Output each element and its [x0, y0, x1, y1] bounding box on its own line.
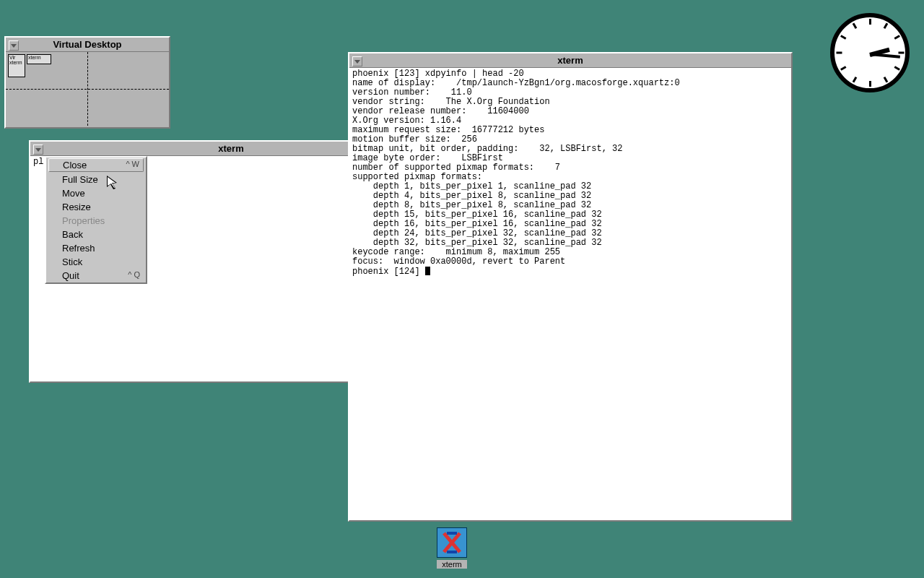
- pager-cell-active[interactable]: Vir xterm xterm: [6, 53, 87, 89]
- menu-item-label: Back: [62, 229, 83, 240]
- clock-tick: [894, 35, 899, 40]
- clock-tick: [883, 23, 888, 29]
- pager-mini-window[interactable]: Vir xterm: [8, 54, 25, 77]
- menu-item-label: Resize: [62, 202, 91, 212]
- analog-clock: [830, 13, 910, 92]
- menu-item-properties: Properties: [46, 214, 146, 228]
- clock-minute-hand: [870, 53, 900, 59]
- menu-item-label: Full Size: [62, 174, 98, 185]
- menu-item-full-size[interactable]: Full Size: [46, 173, 146, 186]
- window-menu-icon[interactable]: [9, 40, 19, 51]
- clock-tick: [869, 81, 871, 87]
- icon-label: xterm: [437, 560, 467, 569]
- pager-grid[interactable]: Vir xterm xterm: [6, 52, 169, 126]
- menu-item-back[interactable]: Back: [46, 228, 146, 241]
- xterm-app-icon[interactable]: [437, 527, 467, 558]
- clock-tick: [894, 66, 899, 71]
- menu-item-stick[interactable]: Stick: [46, 255, 146, 269]
- menu-item-refresh[interactable]: Refresh: [46, 241, 146, 255]
- mouse-cursor-icon: [107, 176, 121, 190]
- svg-marker-1: [108, 177, 116, 188]
- iconified-xterm[interactable]: xterm: [437, 527, 467, 569]
- menu-item-label: Properties: [62, 215, 105, 226]
- clock-tick: [852, 77, 857, 82]
- svg-rect-2: [447, 532, 457, 535]
- clock-tick: [883, 77, 888, 82]
- virtual-desktop-pager[interactable]: Virtual Desktop Vir xterm xterm: [4, 36, 170, 129]
- window-context-menu[interactable]: Close^ WFull SizeMoveResizePropertiesBac…: [45, 156, 147, 284]
- menu-item-quit[interactable]: Quit^ Q: [46, 269, 146, 282]
- clock-tick: [898, 52, 904, 54]
- menu-item-shortcut: ^ Q: [128, 270, 140, 279]
- window-menu-icon[interactable]: [33, 144, 43, 155]
- terminal-prompt: phoenix [124]: [352, 267, 425, 277]
- clock-tick: [840, 66, 846, 71]
- pager-title: Virtual Desktop: [6, 38, 169, 52]
- window-menu-icon[interactable]: [352, 56, 362, 66]
- clock-tick: [840, 35, 846, 40]
- pager-title-text: Virtual Desktop: [53, 39, 121, 50]
- clock-tick: [836, 52, 842, 54]
- menu-item-label: Stick: [62, 256, 82, 267]
- clock-tick: [852, 23, 857, 29]
- menu-item-move[interactable]: Move: [46, 186, 146, 200]
- terminal-cursor: [425, 267, 430, 275]
- svg-rect-3: [447, 551, 457, 553]
- xterm-right-body[interactable]: phoenix [123] xdpyinfo | head -20 name o…: [349, 68, 791, 520]
- xterm-left-visible-text: pl: [33, 157, 43, 167]
- xterm-left-title-text: xterm: [218, 143, 243, 154]
- menu-item-shortcut: ^ W: [126, 160, 139, 168]
- pager-divider-horizontal: [6, 89, 169, 90]
- menu-item-label: Move: [62, 188, 85, 199]
- menu-item-label: Quit: [62, 270, 79, 281]
- clock-tick: [869, 19, 871, 25]
- xterm-window-right[interactable]: xterm phoenix [123] xdpyinfo | head -20 …: [348, 52, 793, 522]
- menu-item-label: Refresh: [62, 243, 95, 254]
- pager-mini-window[interactable]: xterm: [27, 54, 51, 64]
- xterm-right-title-text: xterm: [557, 55, 583, 66]
- menu-item-label: Close: [63, 160, 87, 171]
- menu-item-resize[interactable]: Resize: [46, 200, 146, 214]
- menu-item-close[interactable]: Close^ W: [48, 158, 144, 172]
- xterm-right-titlebar[interactable]: xterm: [349, 53, 791, 68]
